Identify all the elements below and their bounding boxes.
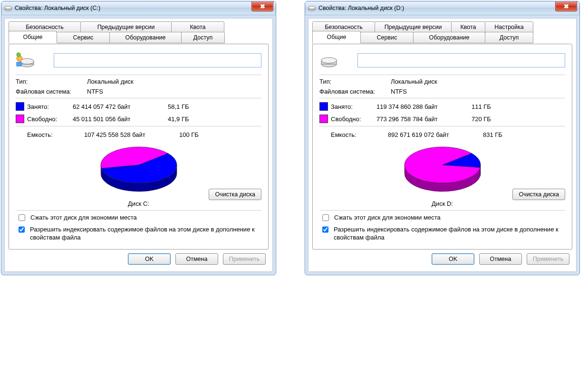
tabstrip: БезопасностьПредыдущие версииКвотаОбщиеС… [9,21,269,44]
tab[interactable]: Сервис [57,32,110,43]
tabstrip: БезопасностьПредыдущие версииКвотаНастро… [312,21,572,44]
titlebar[interactable]: Свойства: Локальный диск (D:)✖ [305,1,579,15]
used-swatch [319,102,328,111]
free-bytes: 773 296 758 784 байт [376,115,472,123]
drive-label-input[interactable] [54,53,261,67]
free-human: 720 ГБ [472,115,510,123]
tab-general-active[interactable]: Общие [312,31,361,43]
tab[interactable]: Сервис [360,32,414,43]
tab[interactable]: Оборудование [413,32,485,43]
fs-value: NTFS [87,88,261,95]
drive-label-input[interactable] [357,53,565,67]
disk-cleanup-button[interactable]: Очистка диска [512,189,565,200]
svg-rect-7 [17,62,21,66]
drive-info: Тип:Локальный дискФайловая система:NTFS [319,78,565,95]
ok-button[interactable]: OK [128,253,171,265]
index-label: Разрешить индексировать содержимое файло… [334,225,564,241]
cancel-button[interactable]: Отмена [175,253,218,265]
usage-grid: Занято:62 414 057 472 байт58,1 ГБСвободн… [16,102,261,123]
compress-checkbox-row[interactable]: Сжать этот диск для экономии места [320,213,564,222]
divider [16,210,261,211]
apply-button[interactable]: Применить [527,253,569,265]
index-checkbox[interactable] [19,226,25,233]
tab-back[interactable]: Квота [171,21,224,33]
ok-button[interactable]: OK [432,253,474,265]
type-label: Тип: [319,78,391,85]
drive-icon [16,51,35,70]
svg-point-2 [5,6,11,9]
properties-window-c: Свойства: Локальный диск (С:)✖Безопаснос… [1,1,276,275]
capacity-human: 100 ГБ [179,131,217,138]
index-checkbox-row[interactable]: Разрешить индексировать содержимое файло… [320,225,564,241]
divider [319,98,565,98]
disk-icon [308,4,316,12]
divider [319,75,565,75]
pie-caption: Диск D: [319,200,565,207]
apply-button[interactable]: Применить [223,253,266,265]
tab-row-front: ОбщиеСервисОборудованиеДоступ [312,32,533,43]
divider [319,126,565,126]
drive-icon [319,51,338,70]
used-human: 58,1 ГБ [168,103,206,110]
disk-cleanup-button[interactable]: Очистка диска [209,189,261,200]
client-area: БезопасностьПредыдущие версииКвотаНастро… [308,18,577,272]
type-value: Локальный диск [87,78,261,85]
pie-caption: Диск C: [16,200,261,207]
drive-name-row [16,51,261,70]
svg-point-8 [17,53,20,57]
compress-checkbox[interactable] [19,214,25,221]
divider [16,75,261,75]
tab-row-front: ОбщиеСервисОборудованиеДоступ [9,32,224,43]
free-label: Свободно: [331,115,376,123]
compress-checkbox-row[interactable]: Сжать этот диск для экономии места [17,213,260,222]
tab[interactable]: Доступ [181,32,225,43]
used-bytes: 62 414 057 472 байт [73,103,168,110]
cancel-button[interactable]: Отмена [479,253,522,265]
compress-label: Сжать этот диск для экономии места [30,213,137,221]
drive-info: Тип:Локальный дискФайловая система:NTFS [16,78,261,95]
index-label: Разрешить индексировать содержимое файло… [30,225,260,241]
capacity-bytes: 107 425 558 528 байт [84,131,179,138]
close-button[interactable]: ✖ [251,1,273,11]
compress-checkbox[interactable] [322,214,329,221]
index-checkbox[interactable] [322,226,328,233]
free-label: Свободно: [27,115,73,123]
tab-general-active[interactable]: Общие [9,31,57,43]
window-title: Свойства: Локальный диск (D:) [318,5,404,11]
free-swatch [319,115,328,123]
type-value: Локальный диск [391,78,565,85]
dialog-footer: OKОтменаПрименить [312,250,572,268]
used-label: Занято: [331,103,376,110]
window-title: Свойства: Локальный диск (С:) [15,5,100,11]
free-human: 41,9 ГБ [168,115,206,123]
free-bytes: 45 011 501 056 байт [73,115,168,123]
client-area: БезопасностьПредыдущие версииКвотаОбщиеС… [4,18,273,272]
used-human: 111 ГБ [472,103,510,110]
fs-value: NTFS [391,88,565,95]
tab[interactable]: Доступ [485,32,533,43]
used-label: Занято: [27,103,73,110]
type-label: Тип: [16,78,87,85]
disk-icon [4,4,12,12]
svg-point-14 [321,58,337,63]
fs-label: Файловая система: [319,88,391,95]
divider [16,126,261,126]
tab-page-general: Тип:Локальный дискФайловая система:NTFSЗ… [9,44,269,250]
tab-back[interactable]: Квота [451,21,485,33]
drive-name-row [319,51,565,70]
tab-page-general: Тип:Локальный дискФайловая система:NTFSЗ… [312,44,572,250]
tab-back[interactable]: Настройка [485,21,533,33]
capacity-row: Емкость:892 671 619 072 байт831 ГБ [331,131,565,138]
free-swatch [16,115,24,123]
dialog-footer: OKОтменаПрименить [9,250,269,268]
properties-window-d: Свойства: Локальный диск (D:)✖Безопаснос… [305,1,580,275]
capacity-label: Емкость: [27,131,84,138]
capacity-label: Емкость: [331,131,388,138]
tab-back[interactable]: Предыдущие версии [375,21,452,33]
capacity-human: 831 ГБ [483,131,521,138]
tab-back[interactable]: Предыдущие версии [80,21,172,33]
tab[interactable]: Оборудование [109,32,182,43]
titlebar[interactable]: Свойства: Локальный диск (С:)✖ [1,1,276,15]
index-checkbox-row[interactable]: Разрешить индексировать содержимое файло… [17,225,260,241]
close-button[interactable]: ✖ [555,1,577,11]
